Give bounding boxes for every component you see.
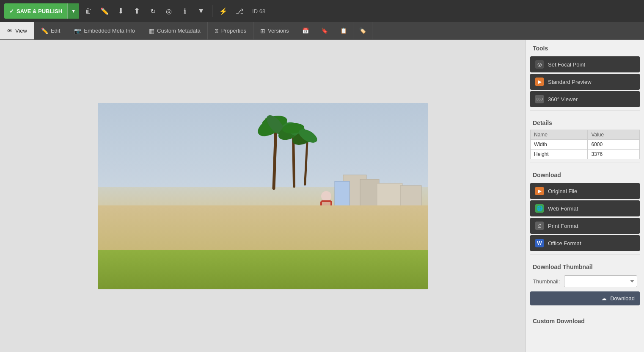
target-button[interactable]: ◎ bbox=[162, 4, 176, 18]
section-divider-1 bbox=[530, 111, 640, 111]
width-value: 6000 bbox=[588, 140, 640, 150]
web-format-icon: 🌐 bbox=[535, 204, 544, 213]
camera-icon: 📷 bbox=[74, 28, 81, 34]
more-button[interactable]: ▼ bbox=[194, 4, 208, 18]
original-file-label: Original File bbox=[548, 188, 577, 194]
details-name-header: Name bbox=[531, 130, 588, 140]
preview-icon: ▶ bbox=[535, 78, 544, 86]
details-section-title: Details bbox=[526, 114, 644, 130]
focal-point-icon: ◎ bbox=[535, 60, 544, 69]
checkmark-icon: ✓ bbox=[9, 8, 14, 14]
save-publish-dropdown[interactable]: ▼ bbox=[67, 3, 79, 19]
beach bbox=[98, 205, 428, 252]
tab-embedded-meta-label: Embedded Meta Info bbox=[84, 28, 135, 34]
download-cloud-icon: ⬇ bbox=[118, 6, 124, 16]
tab-properties-label: Properties bbox=[221, 28, 246, 34]
tab-calendar[interactable]: 📅 bbox=[296, 22, 315, 39]
info-button[interactable]: ℹ bbox=[178, 4, 192, 18]
print-format-label: Print Format bbox=[548, 223, 578, 229]
viewer-360-label: 360° Viewer bbox=[548, 96, 578, 103]
web-format-button[interactable]: 🌐 Web Format bbox=[530, 200, 640, 216]
tab-clipboard[interactable]: 📋 bbox=[334, 22, 353, 39]
lightning-icon: ⚡ bbox=[219, 7, 228, 15]
set-focal-point-label: Set Focal Point bbox=[548, 61, 585, 68]
main-content: VENICE Tools ◎ Set Focal Point ▶ Standar… bbox=[0, 40, 644, 352]
download-thumbnail-button[interactable]: ☁ Download bbox=[530, 291, 640, 305]
set-focal-point-button[interactable]: ◎ Set Focal Point bbox=[530, 56, 640, 72]
download-btn-label: Download bbox=[610, 295, 635, 302]
tab-bar: 👁 View ✏️ Edit 📷 Embedded Meta Info ▦ Cu… bbox=[0, 22, 644, 40]
tab-embedded-meta[interactable]: 📷 Embedded Meta Info bbox=[67, 22, 142, 39]
venice-image: VENICE bbox=[98, 103, 428, 289]
tab-edit[interactable]: ✏️ Edit bbox=[34, 22, 67, 39]
edit-tab-icon: ✏️ bbox=[41, 28, 48, 34]
standard-preview-label: Standard Preview bbox=[548, 79, 592, 85]
download-thumbnail-title: Download Thumbnail bbox=[526, 258, 644, 274]
share-icon: ⎇ bbox=[236, 7, 243, 15]
cloud-download-icon: ☁ bbox=[601, 295, 607, 302]
view-icon: 👁 bbox=[7, 28, 13, 34]
grid-icon: ▦ bbox=[149, 28, 154, 34]
thumbnail-select[interactable] bbox=[564, 275, 637, 287]
details-table: Name Value Width 6000 Height 3376 bbox=[530, 130, 640, 159]
details-value-header: Value bbox=[588, 130, 640, 140]
lightning-button[interactable]: ⚡ bbox=[217, 4, 230, 18]
tab-view[interactable]: 👁 View bbox=[0, 22, 34, 39]
office-format-button[interactable]: W Office Format bbox=[530, 235, 640, 251]
grass bbox=[98, 250, 428, 289]
tab-view-label: View bbox=[15, 28, 27, 34]
height-label: Height bbox=[531, 150, 588, 159]
width-label: Width bbox=[531, 140, 588, 150]
share-button[interactable]: ⎇ bbox=[233, 4, 246, 18]
toolbar-divider bbox=[212, 5, 212, 17]
refresh-button[interactable]: ↻ bbox=[146, 4, 160, 18]
tab-bookmark[interactable]: 🔖 bbox=[315, 22, 334, 39]
section-divider-4 bbox=[530, 309, 640, 309]
original-file-button[interactable]: ▶ Original File bbox=[530, 183, 640, 199]
save-publish-main[interactable]: ✓ SAVE & PUBLISH bbox=[4, 3, 67, 19]
image-container: VENICE bbox=[98, 103, 428, 289]
save-publish-label: SAVE & PUBLISH bbox=[17, 8, 62, 14]
id-label: ID 68 bbox=[252, 8, 265, 14]
download-section-title: Download bbox=[526, 166, 644, 182]
top-toolbar: ✓ SAVE & PUBLISH ▼ 🗑 ✏️ ⬇ ⬆ ↻ ◎ ℹ ▼ ⚡ ⎇ … bbox=[0, 0, 644, 22]
info-icon: ℹ bbox=[184, 7, 186, 15]
chevron-down-icon: ▼ bbox=[198, 7, 204, 15]
office-format-icon: W bbox=[535, 239, 544, 247]
upload-cloud-icon: ⬆ bbox=[134, 6, 140, 16]
versions-icon: ⊞ bbox=[260, 28, 265, 34]
print-format-button[interactable]: 🖨 Print Format bbox=[530, 218, 640, 234]
tab-custom-metadata-label: Custom Metadata bbox=[157, 28, 201, 34]
viewer-360-button[interactable]: 360 360° Viewer bbox=[530, 91, 640, 107]
target-icon: ◎ bbox=[166, 7, 172, 15]
standard-preview-button[interactable]: ▶ Standard Preview bbox=[530, 74, 640, 90]
sliders-icon: ⧖ bbox=[215, 27, 219, 34]
calendar-icon: 📅 bbox=[302, 28, 309, 34]
height-value: 3376 bbox=[588, 150, 640, 159]
chevron-down-icon: ▼ bbox=[71, 8, 76, 14]
table-row: Width 6000 bbox=[531, 140, 640, 150]
tab-custom-metadata[interactable]: ▦ Custom Metadata bbox=[142, 22, 208, 39]
download-cloud-button[interactable]: ⬇ bbox=[114, 4, 127, 18]
edit-button[interactable]: ✏️ bbox=[98, 4, 111, 18]
save-publish-button[interactable]: ✓ SAVE & PUBLISH ▼ bbox=[4, 3, 79, 19]
tab-properties[interactable]: ⧖ Properties bbox=[208, 22, 253, 39]
office-format-label: Office Format bbox=[548, 240, 581, 247]
refresh-icon: ↻ bbox=[150, 7, 156, 15]
tab-versions[interactable]: ⊞ Versions bbox=[253, 22, 296, 39]
tab-versions-label: Versions bbox=[268, 28, 289, 34]
sky bbox=[98, 103, 428, 187]
pencil-icon: ✏️ bbox=[100, 7, 109, 15]
upload-cloud-button[interactable]: ⬆ bbox=[130, 4, 143, 18]
tools-section-title: Tools bbox=[526, 40, 644, 55]
original-file-icon: ▶ bbox=[535, 187, 544, 195]
svg-point-17 bbox=[321, 191, 331, 201]
tag-icon: 🏷️ bbox=[359, 28, 366, 34]
trash-icon: 🗑 bbox=[85, 7, 92, 15]
clipboard-icon: 📋 bbox=[340, 28, 347, 34]
delete-button[interactable]: 🗑 bbox=[82, 4, 95, 18]
tab-tag[interactable]: 🏷️ bbox=[353, 22, 372, 39]
thumbnail-row: Thumbnail: bbox=[526, 274, 644, 289]
table-row: Height 3376 bbox=[531, 150, 640, 159]
image-area: VENICE bbox=[0, 40, 526, 352]
